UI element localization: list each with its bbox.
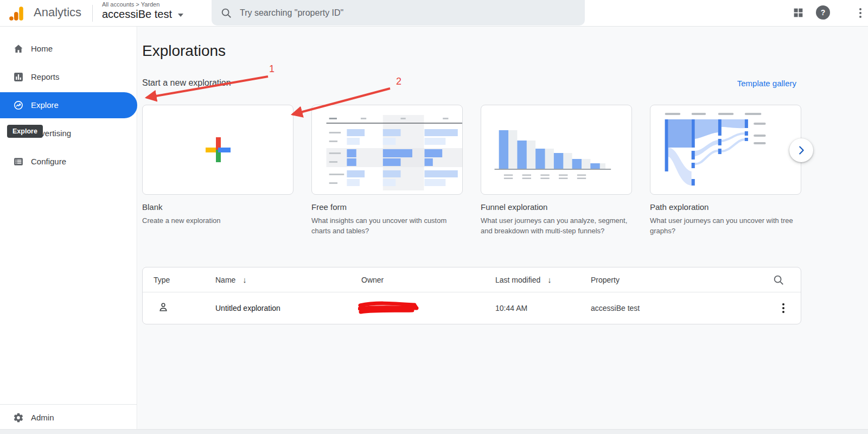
sidebar: Home Reports Explore Advertising Explore… [0,27,137,434]
sidebar-item-home[interactable]: Home [0,36,137,62]
sidebar-item-reports[interactable]: Reports [0,64,137,90]
table-row[interactable]: Untitled exploration 10:44 AM accessiBe … [143,292,801,324]
configure-icon [13,156,24,167]
home-icon [13,43,24,54]
gear-icon [13,412,24,423]
sidebar-item-configure[interactable]: Configure [0,149,137,175]
topbar-divider [92,5,93,22]
account-name: accessiBe test [102,8,172,21]
sidebar-item-explore[interactable]: Explore [0,92,137,118]
account-switcher[interactable]: All accounts > Yarden accessiBe test [102,1,183,21]
apps-grid-icon[interactable] [793,7,804,18]
table-search-icon[interactable] [773,274,784,286]
help-icon[interactable]: ? [816,5,830,20]
column-header-last-modified[interactable]: Last modified ↓ [495,275,591,284]
user-type-icon [157,301,169,313]
sidebar-item-admin[interactable]: Admin [0,406,137,429]
column-header-owner[interactable]: Owner [361,276,495,284]
search-bar[interactable] [212,0,585,25]
reports-icon [13,72,24,82]
free-form-thumbnail [312,105,462,194]
funnel-exploration-template-card[interactable] [481,105,632,195]
card-description: What insights can you uncover with custo… [311,215,463,236]
exploration-name[interactable]: Untitled exploration [215,304,361,312]
template-gallery-link[interactable]: Template gallery [737,79,796,88]
top-app-bar: Analytics All accounts > Yarden accessiB… [0,0,868,27]
card-title: Funnel exploration [481,202,632,212]
explore-tooltip: Explore [7,125,43,138]
explorations-table: Type Name ↓ Owner Last modified ↓ Proper… [142,267,801,324]
card-title: Path exploration [650,202,801,212]
blank-template-card[interactable] [142,105,293,195]
owner-redaction-scribble [358,301,419,315]
chevron-right-icon [795,144,807,156]
page-title: Explorations [142,42,226,60]
search-icon [220,7,232,19]
funnel-thumbnail [481,105,631,194]
column-header-type[interactable]: Type [154,276,215,284]
column-header-name[interactable]: Name ↓ [215,275,361,284]
card-description: What user journeys can you uncover with … [650,215,801,236]
exploration-last-modified: 10:44 AM [495,304,591,312]
next-templates-button[interactable] [789,138,813,162]
path-thumbnail [650,105,801,194]
exploration-property: accessiBe test [591,304,767,312]
sort-descending-icon[interactable]: ↓ [547,275,552,284]
sort-descending-icon[interactable]: ↓ [242,275,247,284]
breadcrumb: All accounts > Yarden [102,1,183,8]
row-menu-icon[interactable] [782,303,784,313]
more-options-icon[interactable] [859,8,861,18]
sidebar-divider [0,404,137,405]
card-description: Create a new exploration [142,215,293,226]
main-content: Explorations Start a new exploration Tem… [138,27,868,434]
analytics-logo [7,4,25,23]
section-heading: Start a new exploration [142,78,231,88]
path-exploration-template-card[interactable] [650,105,801,195]
chevron-down-icon [178,14,183,17]
template-cards: Blank Create a new exploration [142,105,801,236]
search-input[interactable] [240,8,576,18]
free-form-template-card[interactable] [311,105,463,195]
plus-icon [206,137,231,162]
table-header-row: Type Name ↓ Owner Last modified ↓ Proper… [143,267,801,292]
app-name: Analytics [34,5,81,20]
card-title: Free form [311,202,463,212]
horizontal-scrollbar[interactable] [0,429,868,434]
explore-icon [13,100,24,111]
card-description: What user journeys can you analyze, segm… [481,215,632,236]
exploration-owner [361,301,495,315]
card-title: Blank [142,202,293,212]
column-header-property[interactable]: Property [591,276,767,284]
